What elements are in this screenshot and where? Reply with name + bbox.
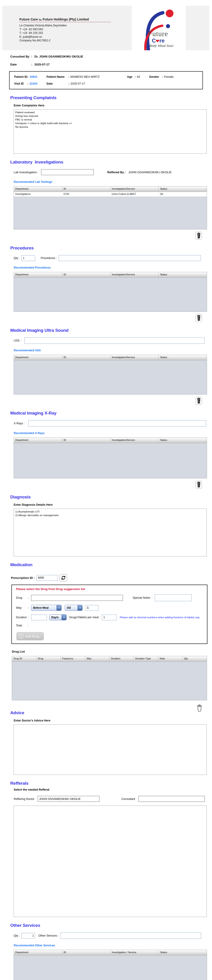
uss-label: USS : xyxy=(14,339,21,342)
duration-unit-select[interactable]: Day/s ▼ xyxy=(49,614,67,620)
meal-timing-select[interactable]: Before Meal ▼ xyxy=(31,605,61,611)
procedures-qty-input[interactable] xyxy=(21,255,35,261)
per-meal-input[interactable] xyxy=(102,615,117,620)
column-header: Way xyxy=(85,656,110,662)
duration-input[interactable] xyxy=(31,615,47,620)
complaints-sublabel: Enter Complaints Here xyxy=(14,104,212,107)
section-title-diagnosis: Diagnosis xyxy=(10,495,212,500)
recommended-procedures-title: Recommended Procedures xyxy=(14,266,212,269)
age-value: 43 xyxy=(137,75,140,78)
company-phone-2: T: +24 84 225 252 xyxy=(19,31,111,35)
patient-name-label: Patient Name xyxy=(47,75,68,78)
uss-delete-trash-icon[interactable] xyxy=(196,397,202,405)
xray-delete-trash-icon[interactable] xyxy=(196,480,202,488)
recommended-uss-title: Recommended USS xyxy=(14,349,212,352)
advice-textarea[interactable] xyxy=(14,724,207,775)
table-body xyxy=(14,955,207,980)
duration-row: Duration : Day/s ▼ Drugs/Tablets per mea… xyxy=(16,614,207,620)
table-header-row: DepartmentIDInvestigation/ServiceStatus xyxy=(14,355,207,360)
procedures-delete-trash-icon[interactable] xyxy=(196,314,202,322)
diagnosis-sublabel: Enter Diagnosis Details Here xyxy=(14,503,212,506)
frequency-select[interactable]: OD ▼ xyxy=(65,605,82,611)
column-header: Drug xyxy=(37,656,61,662)
logo-care-text: C❤re xyxy=(152,38,165,44)
lab-field-row: Lab Investingation : Reffered By : JOHN … xyxy=(14,169,212,175)
column-header: Investigation / Service xyxy=(111,950,159,955)
column-header: Investigation/Service xyxy=(111,438,159,443)
drug-suggestion-warning: Please select the Drug from Drug suggess… xyxy=(16,587,207,591)
colon: : xyxy=(28,624,31,627)
visit-id-label: Visit ID xyxy=(14,82,27,85)
lab-delete-trash-icon[interactable] xyxy=(196,232,202,240)
refresh-icon[interactable] xyxy=(60,574,67,581)
special-notes-input[interactable] xyxy=(155,594,192,601)
procedures-input[interactable] xyxy=(59,255,201,261)
xray-label: X-Rays : xyxy=(14,422,25,425)
column-header: Status xyxy=(159,186,207,192)
drug-input[interactable] xyxy=(31,595,123,601)
add-drug-button[interactable]: + Add Drug xyxy=(16,632,44,640)
xray-input[interactable] xyxy=(28,420,206,426)
drug-label: Drug xyxy=(16,596,28,599)
colon: : xyxy=(68,75,69,78)
consultant-input[interactable] xyxy=(138,796,205,802)
table-row[interactable]: Investigations5743Urine Culture & ABSTOk xyxy=(14,192,207,197)
table-header-row: DepartmentIDInvestigation/ServiceStatus xyxy=(14,438,207,443)
section-title-laboratory: Laboratory Investigations xyxy=(10,160,212,165)
other-services-qty-input[interactable] xyxy=(21,933,35,939)
date-label: Date xyxy=(10,63,31,66)
company-number: Company No.8417652-2 xyxy=(19,39,111,43)
gender-label: Gender xyxy=(149,75,162,78)
column-header: ID xyxy=(62,438,111,443)
diagnosis-textarea[interactable]: 1) Asymptomatic UTI 2) Allergic dermetit… xyxy=(14,509,207,557)
way-row: Way : Before Meal ▼ OD ▼ xyxy=(16,605,207,611)
section-title-medication: Medication xyxy=(10,562,212,567)
way-label: Way xyxy=(16,606,28,609)
column-header: Investigation/Service xyxy=(111,272,159,277)
uss-input[interactable] xyxy=(24,337,204,344)
consulted-by-value: Dr. JOHN OSANWEOKWU OKOLIE xyxy=(34,55,83,58)
visit-date-label: Date xyxy=(47,82,68,85)
column-header: ID xyxy=(62,186,111,192)
advice-delete-trash-icon[interactable] xyxy=(196,704,203,712)
prescription-id-input[interactable] xyxy=(37,575,58,581)
referred-by-label: Reffered By : xyxy=(107,170,125,174)
lab-investigation-input[interactable] xyxy=(41,169,94,175)
procedures-field-row: Qty : Procedures : xyxy=(14,255,212,261)
patient-name-value: MAWESS MEA WIRTZ xyxy=(71,75,100,78)
column-header: ID xyxy=(62,355,111,360)
referring-doctor-input[interactable] xyxy=(38,796,100,802)
other-services-field-row: Qty : Other Services : xyxy=(14,932,212,939)
visit-id-value: 22254 xyxy=(29,82,37,85)
patient-row-1: Patient ID : 10941 Patient Name : MAWESS… xyxy=(14,75,198,78)
column-header: Department xyxy=(14,950,62,955)
colon: : xyxy=(31,63,34,66)
drug-row: Drug : Special Notes : xyxy=(16,594,207,601)
chevron-down-icon: ▼ xyxy=(77,605,82,611)
company-header: Future Care by Future Holdings (Pty) Lim… xyxy=(2,6,209,50)
drug-list-table: Drug IDDrugFequencyWayDurationDuration T… xyxy=(12,656,207,700)
table-header-row: DepartmentIDInvestigation / ServiceStatu… xyxy=(14,950,207,955)
company-name: Future Care by Future Holdings (Pty) Lim… xyxy=(19,18,111,21)
lab-table: DepartmentIDInvestigation/ServiceStatusI… xyxy=(14,186,207,229)
colon: : xyxy=(68,82,69,85)
medication-entry-box: Please select the Drug from Drug suggess… xyxy=(11,585,207,644)
xray-field-row: X-Rays : xyxy=(14,420,212,426)
consultation-page: Future Care by Future Holdings (Pty) Lim… xyxy=(0,0,212,980)
company-address: Le Chainter,Victoria,Mahe,Seychelles xyxy=(19,24,111,27)
complaints-textarea[interactable]: Patient reviewed itching has reduced FBC… xyxy=(14,109,207,154)
referring-doctor-label: Reffering Doctor xyxy=(14,797,34,800)
other-services-input[interactable] xyxy=(61,932,201,939)
recommended-other-services-title: Recommended Other Services xyxy=(14,944,212,947)
refferal-listbox[interactable] xyxy=(14,806,207,917)
other-services-label: Other Services : xyxy=(38,934,59,937)
lab-trash-row xyxy=(0,232,207,240)
total-row: Total : xyxy=(16,624,207,627)
drug-list-label: Drug List xyxy=(12,650,212,653)
meal-timing-value: Before Meal xyxy=(31,606,56,609)
column-header: Note xyxy=(158,656,183,662)
heart-icon: ❤ xyxy=(156,39,159,43)
way-qty-input[interactable] xyxy=(86,605,98,611)
column-header: Drug ID xyxy=(12,656,37,662)
column-header: ID xyxy=(62,272,111,277)
